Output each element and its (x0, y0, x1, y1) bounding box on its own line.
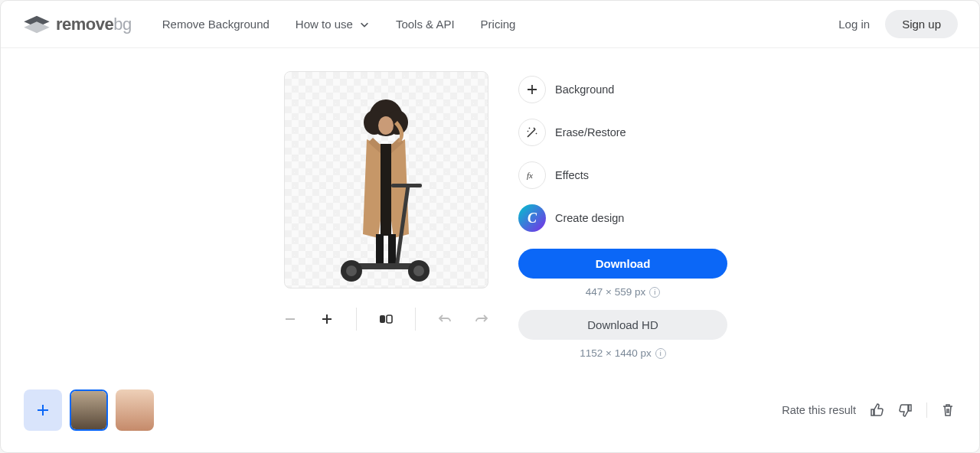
toolbar-separator (415, 308, 416, 331)
svg-rect-6 (381, 144, 391, 236)
compare-icon (379, 312, 393, 326)
nav-pricing[interactable]: Pricing (481, 18, 516, 31)
nav-tools-api[interactable]: Tools & API (396, 18, 455, 31)
tools-column: Background Erase/Restore fx Effects C Cr… (518, 71, 727, 371)
trash-icon (940, 402, 956, 418)
thumbnail-strip (24, 389, 154, 431)
download-hd-button[interactable]: Download HD (518, 310, 727, 340)
svg-point-5 (378, 116, 394, 135)
plus-icon (36, 403, 50, 417)
undo-icon (438, 312, 452, 326)
footer-separator (926, 402, 927, 418)
plus-circle-icon (518, 76, 546, 103)
nav: Remove Background How to use Tools & API… (162, 18, 516, 31)
toolbar-separator (356, 308, 357, 331)
info-icon[interactable]: i (649, 287, 660, 298)
fx-icon: fx (518, 161, 546, 189)
thumbnail-1[interactable] (70, 389, 108, 431)
thumbnail-2[interactable] (116, 389, 154, 431)
login-link[interactable]: Log in (838, 18, 870, 31)
tool-create-design[interactable]: C Create design (518, 204, 727, 232)
svg-rect-11 (391, 184, 422, 187)
tool-label: Background (555, 83, 614, 96)
preview-toolbar (276, 305, 495, 333)
download-buttons: Download 447 × 559 px i Download HD 1152… (518, 249, 727, 359)
download-dimensions: 447 × 559 px i (518, 286, 727, 298)
tool-label: Erase/Restore (555, 126, 626, 139)
zoom-in-button[interactable] (313, 305, 341, 333)
add-image-button[interactable] (24, 389, 62, 431)
tool-label: Create design (555, 212, 624, 224)
nav-remove-background[interactable]: Remove Background (162, 18, 270, 31)
preview-column (276, 71, 495, 371)
rate-label: Rate this result (782, 404, 856, 416)
svg-point-15 (413, 266, 424, 276)
wand-icon (518, 119, 546, 146)
tool-effects[interactable]: fx Effects (518, 161, 727, 189)
compare-button[interactable] (372, 305, 400, 333)
chevron-down-icon (359, 19, 370, 30)
delete-button[interactable] (939, 402, 956, 419)
logo-mark-icon (22, 15, 51, 34)
canva-icon: C (518, 204, 546, 232)
tool-background[interactable]: Background (518, 76, 727, 103)
info-icon[interactable]: i (655, 348, 666, 359)
logo-text: removebg (56, 15, 132, 34)
svg-rect-7 (376, 234, 384, 265)
undo-button[interactable] (431, 305, 459, 333)
tool-label: Effects (555, 169, 589, 181)
footer: Rate this result (24, 389, 956, 431)
minus-icon (284, 313, 296, 325)
svg-rect-19 (380, 315, 385, 323)
header: removebg Remove Background How to use To… (1, 1, 979, 48)
logo[interactable]: removebg (22, 15, 132, 34)
thumbs-down-button[interactable] (897, 402, 914, 419)
thumbs-up-button[interactable] (868, 402, 885, 419)
plus-icon (321, 313, 333, 325)
redo-button[interactable] (468, 305, 495, 333)
svg-text:fx: fx (527, 171, 533, 180)
download-button[interactable]: Download (518, 249, 727, 279)
zoom-out-button[interactable] (276, 305, 304, 333)
svg-rect-18 (326, 314, 328, 324)
footer-right: Rate this result (782, 402, 956, 419)
svg-rect-20 (387, 315, 392, 323)
nav-how-to-use[interactable]: How to use (296, 18, 370, 31)
signup-button[interactable]: Sign up (885, 10, 958, 38)
tool-erase-restore[interactable]: Erase/Restore (518, 119, 727, 146)
download-hd-dimensions: 1152 × 1440 px i (518, 347, 727, 359)
thumbs-up-icon (869, 402, 884, 418)
thumbs-down-icon (898, 402, 913, 418)
svg-point-13 (346, 266, 357, 276)
svg-rect-16 (286, 318, 295, 320)
main: Background Erase/Restore fx Effects C Cr… (1, 48, 979, 371)
header-right: Log in Sign up (838, 10, 958, 38)
redo-icon (475, 312, 488, 326)
image-preview[interactable] (284, 71, 488, 288)
subject-image (321, 96, 451, 288)
svg-rect-8 (388, 234, 396, 265)
